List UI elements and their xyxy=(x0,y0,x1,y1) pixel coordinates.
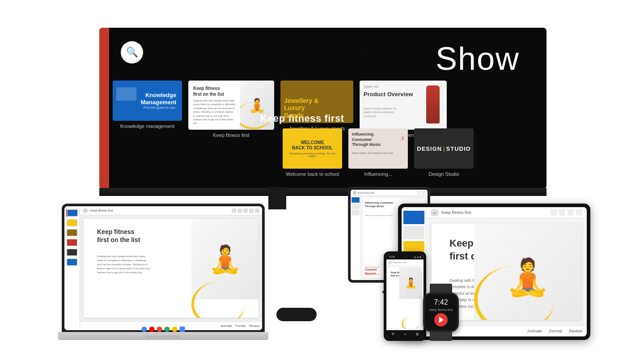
tablet-thumb-1[interactable] xyxy=(403,211,424,224)
watch-body: 7:42 Keep fitness first xyxy=(423,293,459,332)
tv-thumb-school[interactable]: WELCOMEBACK TO SCHOOL Something amazing … xyxy=(283,128,342,177)
product-title: Product Overview xyxy=(364,91,413,98)
mobile-screen: 12:25 ▲ ▲ ■ Keep fitness first Keep fitn… xyxy=(386,254,424,338)
tablet-thumb-2[interactable] xyxy=(403,226,424,239)
deco-icon-1: ⊞ xyxy=(153,41,163,56)
watch-screen: 7:42 Keep fitness first xyxy=(425,294,457,330)
drive-icon[interactable] xyxy=(172,327,178,332)
laptop-slide-thumb-5[interactable] xyxy=(66,248,78,256)
design-pipe: | xyxy=(443,145,445,152)
laptop-toolbar-share[interactable] xyxy=(249,208,254,213)
laptop-thumb-img-3 xyxy=(67,230,77,236)
laptop-thumb-img-4 xyxy=(67,239,77,246)
tv-thumb-design[interactable]: DESIGN | STUDIO Design Studio xyxy=(414,128,474,177)
watch-band-bottom xyxy=(430,332,452,341)
gmail-icon[interactable] xyxy=(157,327,162,332)
deco-icon-9: ▷ xyxy=(529,46,538,60)
deco-icon-2: △ xyxy=(189,55,199,69)
tablet-review-btn[interactable]: Review xyxy=(569,329,582,333)
tv-thumb-fitness[interactable]: Keep fitnessfirst on the list Dealing wi… xyxy=(188,81,274,138)
play-icon[interactable] xyxy=(180,327,185,332)
monitor-thumb-2[interactable] xyxy=(352,204,360,209)
search-icon: 🔍 xyxy=(126,47,138,58)
monitor-back-btn[interactable] xyxy=(353,191,356,195)
monitor-filename: Keep fitness first xyxy=(358,191,416,194)
laptop-animate-btn[interactable]: Animate xyxy=(220,324,232,327)
watch-band-top xyxy=(430,284,452,293)
maps-icon[interactable] xyxy=(165,327,170,332)
laptop-toolbar-more[interactable] xyxy=(255,208,259,213)
mobile-curve xyxy=(402,317,419,328)
km-card-title: KnowledgeManagement xyxy=(141,92,176,106)
laptop-screen-outer: ← Keep fitness first Keep fitnessfirst o… xyxy=(63,204,264,332)
tablet-ctrl-1[interactable] xyxy=(551,209,557,216)
laptop-slide-text: Dealing with the outside world with many… xyxy=(97,255,151,275)
chromecast-body xyxy=(276,308,317,321)
laptop-slide-thumb-2[interactable] xyxy=(66,219,78,227)
monitor-sidebar xyxy=(351,196,360,280)
smartwatch: 7:42 Keep fitness first xyxy=(423,284,459,341)
tv-stand xyxy=(99,188,547,196)
tv-red-bar xyxy=(99,28,109,189)
mobile-back-btn[interactable] xyxy=(388,261,392,264)
laptop-slide-thumb-4[interactable] xyxy=(66,238,78,246)
mobile-status-bar: 12:25 ▲ ▲ ■ xyxy=(386,254,424,259)
tablet-toolbar-controls xyxy=(551,209,582,216)
tv-search-icon-circle[interactable]: 🔍 xyxy=(121,41,143,64)
mobile-body: 12:25 ▲ ▲ ■ Keep fitness first Keep fitn… xyxy=(384,251,426,341)
monitor-thumb-3[interactable] xyxy=(352,210,360,215)
laptop-slide-thumb-1[interactable] xyxy=(66,209,78,217)
laptop-thumb-img-1 xyxy=(68,210,77,216)
mobile-nav-recent[interactable] xyxy=(416,333,419,336)
laptop-toolbar: ← Keep fitness first xyxy=(80,206,262,215)
mobile-slide-person: 🧘 xyxy=(399,268,422,299)
laptop-format-btn[interactable]: Format xyxy=(236,324,246,327)
influencing-title: Influencing ConsumerThrough Music xyxy=(352,132,383,148)
mobile-slide-area: Keep fitnessfirst on the list 🧘 xyxy=(388,268,422,328)
laptop-screen-inner: ← Keep fitness first Keep fitnessfirst o… xyxy=(64,206,262,330)
fitness-title: Keep fitnessfirst on the list xyxy=(193,85,236,97)
laptop: ← Keep fitness first Keep fitnessfirst o… xyxy=(51,204,275,340)
school-card: WELCOMEBACK TO SCHOOL Something amazing … xyxy=(283,128,342,169)
chrome-icon[interactable] xyxy=(142,327,147,332)
laptop-slide-thumb-3[interactable] xyxy=(66,229,78,237)
watch-play-icon xyxy=(439,317,444,323)
tablet-back-btn[interactable]: ← xyxy=(431,208,439,217)
mobile-nav-back[interactable] xyxy=(391,333,395,336)
watch-play-button[interactable] xyxy=(434,313,448,327)
laptop-review-btn[interactable]: Review xyxy=(249,324,259,327)
tablet-filename: Keep fitness first xyxy=(441,210,471,215)
music-icon: ♪ xyxy=(401,134,404,142)
tablet-ctrl-2[interactable] xyxy=(559,209,565,216)
laptop-filename: Keep fitness first xyxy=(90,209,113,212)
monitor-influencing-title: Influencing ConsumerThrough Music xyxy=(365,201,393,208)
tablet-ctrl-3[interactable] xyxy=(568,209,574,216)
influencing-card: Influencing ConsumerThrough Music What w… xyxy=(348,128,408,169)
tv-thumb-knowledge[interactable]: KnowledgeManagement Put info good to use… xyxy=(113,81,182,129)
tv-thumb-influencing[interactable]: Influencing ConsumerThrough Music What w… xyxy=(348,128,408,177)
laptop-toolbar-undo[interactable] xyxy=(232,208,236,213)
mobile-signal: ▲ ▲ ■ xyxy=(414,255,421,258)
tablet-format-btn[interactable]: Format xyxy=(549,329,562,333)
laptop-toolbar-play[interactable] xyxy=(243,208,248,213)
laptop-trackpad[interactable] xyxy=(145,336,181,339)
mobile-nav-home[interactable] xyxy=(404,333,406,335)
jewellery-card: Jewellery &LuxuryGoods xyxy=(280,81,353,123)
monitor-toolbar-controls xyxy=(417,191,425,195)
monitor-ctrl-2[interactable] xyxy=(422,191,425,195)
mobile-nav-bar xyxy=(386,330,424,338)
tablet-toolbar: ← Keep fitness first xyxy=(426,207,587,218)
monitor-thumb-1[interactable] xyxy=(352,197,360,203)
laptop-toolbar-redo[interactable] xyxy=(237,208,242,213)
monitor-ctrl-1[interactable] xyxy=(417,191,421,195)
product-sub: KEEP THINGS SIMPLE TO MAKE YOUR AUDIENCE… xyxy=(364,107,399,118)
youtube-icon[interactable] xyxy=(149,327,155,332)
laptop-slide-thumb-6[interactable] xyxy=(66,258,78,266)
tablet-animate-btn[interactable]: Animate xyxy=(527,329,542,333)
km-card-subtitle: Put info good to use. xyxy=(141,106,176,110)
laptop-back-button[interactable]: ← xyxy=(83,208,88,213)
laptop-taskbar xyxy=(142,327,185,332)
tablet-ctrl-4[interactable] xyxy=(576,209,582,216)
laptop-thumb-img-6 xyxy=(67,259,77,265)
km-label: Knowledge management xyxy=(120,123,175,129)
